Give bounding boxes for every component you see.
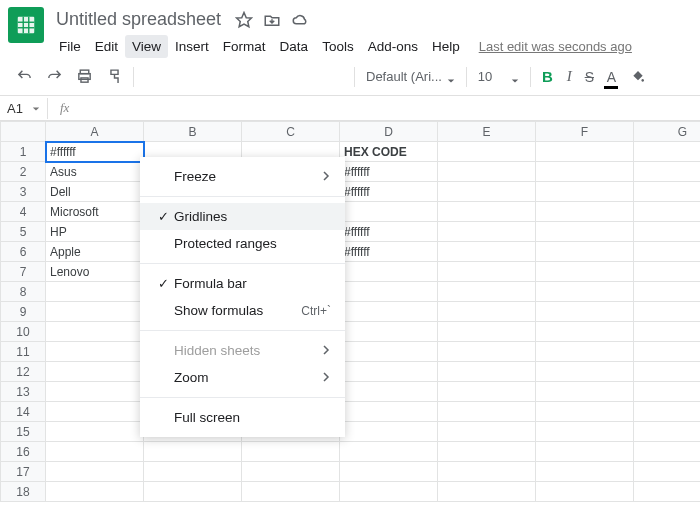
cell[interactable]: Apple bbox=[46, 242, 144, 262]
menu-format[interactable]: Format bbox=[216, 35, 273, 58]
cell[interactable] bbox=[340, 422, 438, 442]
cell[interactable]: #ffffff bbox=[340, 242, 438, 262]
row-header[interactable]: 2 bbox=[1, 162, 46, 182]
document-title[interactable]: Untitled spreadsheet bbox=[52, 7, 225, 32]
cell[interactable]: #ffffff bbox=[340, 222, 438, 242]
cell[interactable] bbox=[46, 382, 144, 402]
cell[interactable] bbox=[340, 402, 438, 422]
cell[interactable]: #ffffff bbox=[340, 182, 438, 202]
column-header[interactable]: D bbox=[340, 122, 438, 142]
cell[interactable] bbox=[46, 282, 144, 302]
cell[interactable] bbox=[634, 422, 701, 442]
cell[interactable] bbox=[438, 462, 536, 482]
cell[interactable] bbox=[438, 322, 536, 342]
bold-button[interactable]: B bbox=[536, 63, 558, 91]
column-header[interactable]: E bbox=[438, 122, 536, 142]
cell[interactable] bbox=[634, 482, 701, 502]
cell[interactable] bbox=[340, 362, 438, 382]
cell[interactable] bbox=[242, 462, 340, 482]
cell[interactable]: Microsoft bbox=[46, 202, 144, 222]
cell[interactable] bbox=[634, 342, 701, 362]
cell[interactable] bbox=[46, 362, 144, 382]
cell[interactable] bbox=[340, 202, 438, 222]
paint-format-icon[interactable] bbox=[100, 63, 128, 91]
cell[interactable] bbox=[46, 462, 144, 482]
cell[interactable] bbox=[634, 142, 701, 162]
cell[interactable] bbox=[438, 142, 536, 162]
row-header[interactable]: 12 bbox=[1, 362, 46, 382]
formula-input[interactable] bbox=[81, 96, 700, 120]
cell[interactable] bbox=[340, 462, 438, 482]
menu-addons[interactable]: Add-ons bbox=[361, 35, 425, 58]
cell[interactable] bbox=[438, 222, 536, 242]
cell[interactable] bbox=[242, 442, 340, 462]
row-header[interactable]: 9 bbox=[1, 302, 46, 322]
row-header[interactable]: 10 bbox=[1, 322, 46, 342]
cell[interactable] bbox=[536, 182, 634, 202]
cell[interactable]: Dell bbox=[46, 182, 144, 202]
cell[interactable] bbox=[536, 322, 634, 342]
cell[interactable] bbox=[46, 322, 144, 342]
cell[interactable]: Lenovo bbox=[46, 262, 144, 282]
cell[interactable]: HP bbox=[46, 222, 144, 242]
cell[interactable] bbox=[438, 262, 536, 282]
cell[interactable] bbox=[340, 302, 438, 322]
strikethrough-button[interactable]: S bbox=[580, 63, 598, 91]
cell[interactable] bbox=[536, 462, 634, 482]
cell[interactable] bbox=[634, 462, 701, 482]
cell[interactable] bbox=[536, 362, 634, 382]
cell[interactable] bbox=[536, 482, 634, 502]
cell[interactable] bbox=[46, 482, 144, 502]
redo-icon[interactable] bbox=[40, 63, 68, 91]
cell[interactable] bbox=[536, 402, 634, 422]
menu-tools[interactable]: Tools bbox=[315, 35, 361, 58]
cell[interactable] bbox=[340, 322, 438, 342]
row-header[interactable]: 16 bbox=[1, 442, 46, 462]
menu-file[interactable]: File bbox=[52, 35, 88, 58]
cell[interactable]: HEX CODE bbox=[340, 142, 438, 162]
cell[interactable] bbox=[438, 302, 536, 322]
cell[interactable] bbox=[340, 342, 438, 362]
cell[interactable] bbox=[340, 442, 438, 462]
cell[interactable] bbox=[536, 162, 634, 182]
row-header[interactable]: 17 bbox=[1, 462, 46, 482]
cell[interactable] bbox=[144, 442, 242, 462]
cell[interactable] bbox=[634, 362, 701, 382]
text-color-button[interactable]: A bbox=[600, 63, 622, 91]
cell[interactable] bbox=[634, 322, 701, 342]
cell[interactable] bbox=[438, 482, 536, 502]
cell[interactable] bbox=[634, 282, 701, 302]
edit-status-link[interactable]: Last edit was seconds ago bbox=[479, 39, 632, 54]
cell[interactable] bbox=[144, 462, 242, 482]
menu-item-show-formulas[interactable]: Show formulasCtrl+` bbox=[140, 297, 345, 324]
menu-item-freeze[interactable]: Freeze bbox=[140, 163, 345, 190]
cell[interactable]: #ffffff bbox=[46, 142, 144, 162]
cell[interactable] bbox=[438, 382, 536, 402]
menu-help[interactable]: Help bbox=[425, 35, 467, 58]
cell[interactable] bbox=[634, 302, 701, 322]
column-header[interactable]: A bbox=[46, 122, 144, 142]
cell[interactable] bbox=[438, 362, 536, 382]
cell[interactable] bbox=[634, 262, 701, 282]
sheets-logo[interactable] bbox=[8, 7, 44, 43]
cell[interactable] bbox=[438, 242, 536, 262]
row-header[interactable]: 13 bbox=[1, 382, 46, 402]
font-family-select[interactable]: Default (Ari... bbox=[360, 66, 461, 87]
cell[interactable] bbox=[438, 342, 536, 362]
column-header[interactable]: F bbox=[536, 122, 634, 142]
cell[interactable]: #ffffff bbox=[340, 162, 438, 182]
row-header[interactable]: 8 bbox=[1, 282, 46, 302]
cell[interactable] bbox=[634, 242, 701, 262]
name-box[interactable]: A1 bbox=[0, 98, 48, 119]
row-header[interactable]: 4 bbox=[1, 202, 46, 222]
cell[interactable] bbox=[242, 482, 340, 502]
fill-color-button[interactable] bbox=[624, 63, 652, 91]
spreadsheet-grid[interactable]: ABCDEFG 1#ffffffHEX CODE2Asus#ffffff3Del… bbox=[0, 121, 700, 502]
font-size-select[interactable]: 10 bbox=[472, 66, 525, 87]
cell[interactable] bbox=[438, 422, 536, 442]
cell[interactable] bbox=[46, 302, 144, 322]
menu-data[interactable]: Data bbox=[273, 35, 316, 58]
menu-view[interactable]: View bbox=[125, 35, 168, 58]
column-header[interactable]: B bbox=[144, 122, 242, 142]
row-header[interactable]: 14 bbox=[1, 402, 46, 422]
